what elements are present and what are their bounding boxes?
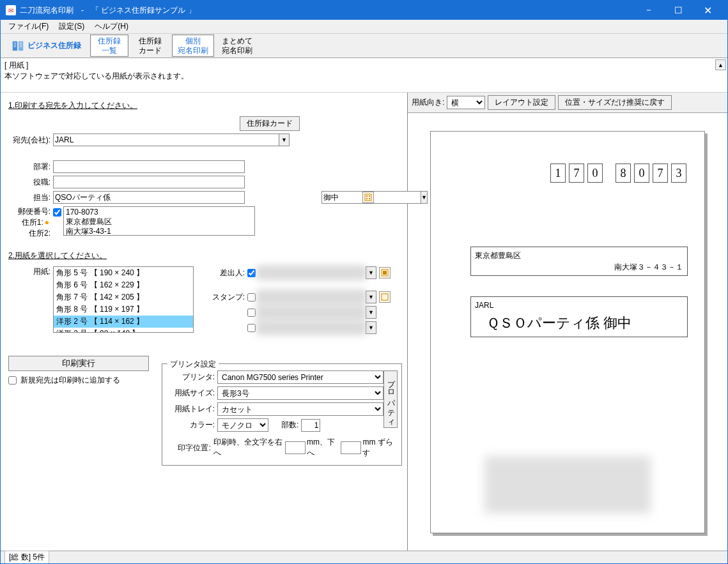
- pc-digit: 7: [653, 164, 668, 183]
- offset-x-input[interactable]: [285, 441, 306, 454]
- postcode-boxes: 1 7 0 8 0 7 3: [550, 164, 686, 183]
- menu-help[interactable]: ヘルプ(H): [89, 20, 134, 33]
- svg-rect-3: [366, 198, 368, 199]
- sender-dropdown-icon[interactable]: ▼: [366, 266, 376, 279]
- info-text: 本ソフトウェアで対応している用紙が表示されます。: [4, 71, 724, 82]
- stamp-checkbox-2[interactable]: [247, 309, 256, 317]
- paper-listbox[interactable]: 角形 5 号 【 190 × 240 】角形 6 号 【 162 × 229 】…: [53, 266, 194, 333]
- tray-select[interactable]: カセット: [217, 402, 383, 416]
- info-bar: [ 用紙 ] 本ソフトウェアで対応している用紙が表示されます。 ▲: [1, 58, 727, 93]
- sender-options-icon[interactable]: [379, 267, 391, 278]
- menu-settings[interactable]: 設定(S): [54, 20, 89, 33]
- position-label: 役職:: [8, 177, 53, 188]
- orient-label: 用紙向き:: [412, 97, 444, 108]
- position-input[interactable]: [53, 176, 245, 188]
- maximize-button[interactable]: ☐: [663, 1, 693, 20]
- svg-rect-4: [369, 198, 370, 199]
- list-item[interactable]: 角形 5 号 【 190 × 240 】: [54, 267, 193, 279]
- pc-digit: 0: [634, 164, 649, 183]
- svg-rect-0: [365, 194, 371, 201]
- stamp-checkbox-3[interactable]: [247, 324, 256, 332]
- printer-group-title: プリンタ設定: [167, 359, 219, 370]
- honorific-options-icon[interactable]: [362, 192, 374, 203]
- stamp1-combo-blurred[interactable]: [258, 291, 366, 303]
- pc-digit: 1: [550, 164, 566, 183]
- svg-rect-6: [383, 271, 387, 275]
- offset-y-input[interactable]: [341, 441, 361, 454]
- color-select[interactable]: モノクロ: [217, 418, 268, 432]
- offset-text2: mm、下へ: [307, 437, 339, 459]
- sender-combo-blurred[interactable]: [258, 266, 366, 279]
- toolbar-individual[interactable]: 個別 宛名印刷: [172, 34, 214, 57]
- toolbar-home[interactable]: ビジネス住所録: [4, 39, 88, 53]
- toolbar: ビジネス住所録 住所録 一覧 住所録 カード 個別 宛名印刷 まとめて 宛名印刷: [1, 34, 727, 58]
- addr2-label: 住所2:: [8, 228, 50, 239]
- list-item[interactable]: 洋形 3 号 【 98 × 148 】: [54, 328, 193, 333]
- copies-label: 部数:: [281, 420, 298, 431]
- svg-rect-7: [382, 294, 388, 300]
- stamp3-combo-blurred[interactable]: [258, 321, 366, 334]
- info-label: [ 用紙 ]: [4, 60, 724, 71]
- list-item[interactable]: 角形 6 号 【 162 × 229 】: [54, 279, 193, 291]
- person-input[interactable]: [53, 191, 245, 204]
- stamp-label: スタンプ:: [212, 292, 247, 303]
- stamp2-combo-blurred[interactable]: [258, 306, 366, 319]
- toolbar-list[interactable]: 住所録 一覧: [90, 34, 128, 57]
- toolbar-batch[interactable]: まとめて 宛名印刷: [217, 35, 258, 56]
- layout-button[interactable]: レイアウト設定: [488, 95, 555, 110]
- postal-checkbox[interactable]: [53, 208, 61, 217]
- stamp-checkbox-1[interactable]: [247, 293, 256, 301]
- svg-rect-2: [369, 195, 370, 197]
- print-button[interactable]: 印刷実行: [8, 356, 149, 371]
- dest-input[interactable]: [53, 133, 279, 146]
- papersize-select[interactable]: 長形3号: [217, 386, 383, 400]
- minimize-button[interactable]: －: [634, 1, 663, 20]
- postal-label: 郵便番号:: [8, 206, 50, 217]
- list-item[interactable]: 角形 7 号 【 142 × 205 】: [54, 291, 193, 303]
- offset-label: 印字位置:: [166, 443, 213, 453]
- printer-group: プリンタ設定 プリンタ: Canon MG7500 series Printer…: [162, 363, 402, 466]
- add-new-checkbox[interactable]: [8, 376, 17, 385]
- orient-select[interactable]: 横: [447, 96, 485, 109]
- list-item[interactable]: 角形 8 号 【 119 × 197 】: [54, 303, 193, 316]
- copies-input[interactable]: [301, 419, 320, 432]
- printer-select[interactable]: Canon MG7500 series Printer: [217, 370, 383, 384]
- add-new-label: 新規宛先は印刷時に追加する: [20, 376, 120, 385]
- titlebar: ✉ 二刀流宛名印刷 - 「 ビジネス住所録サンプル 」 － ☐ ✕: [1, 1, 727, 20]
- offset-text1: 印刷時、全文字を右へ: [213, 437, 284, 459]
- scroll-up-icon[interactable]: ▲: [715, 59, 726, 70]
- address-textarea[interactable]: 170-8073 東京都豊島区 南大塚3-43-1: [63, 206, 255, 236]
- window-title: 二刀流宛名印刷 - 「 ビジネス住所録サンプル 」: [20, 5, 634, 16]
- pc-digit: 0: [587, 164, 603, 183]
- menu-file[interactable]: ファイル(F): [3, 20, 54, 33]
- sender-checkbox[interactable]: [247, 269, 256, 277]
- menubar: ファイル(F) 設定(S) ヘルプ(H): [1, 20, 727, 34]
- dept-input[interactable]: [53, 160, 245, 173]
- papersize-label: 用紙サイズ:: [166, 388, 217, 399]
- list-item[interactable]: 洋形 2 号 【 114 × 162 】: [54, 316, 193, 328]
- status-count: [総 数] 5件: [4, 551, 49, 564]
- honorific-dropdown-icon[interactable]: ▼: [421, 191, 428, 204]
- tray-label: 用紙トレイ:: [166, 404, 217, 415]
- sender-preview-blurred: [484, 456, 651, 514]
- stamp3-dropdown-icon[interactable]: ▼: [366, 321, 376, 334]
- reset-button[interactable]: 位置・サイズだけ推奨に戻す: [558, 95, 672, 110]
- addressbook-card-button[interactable]: 住所録カード: [240, 116, 300, 131]
- close-button[interactable]: ✕: [693, 1, 722, 20]
- stamp2-dropdown-icon[interactable]: ▼: [366, 306, 376, 319]
- pc-digit: 7: [569, 164, 584, 183]
- stamp1-dropdown-icon[interactable]: ▼: [366, 291, 376, 303]
- property-button[interactable]: プロパティ: [383, 370, 398, 428]
- stamp1-options-icon[interactable]: [379, 291, 391, 303]
- svg-rect-1: [366, 195, 368, 197]
- pc-digit: 8: [616, 164, 631, 183]
- paper-preview: 1 7 0 8 0 7 3 東京都豊島区 南大塚３－４３－１ JARL ＱＳＯパ…: [430, 131, 705, 533]
- preview-area: 1 7 0 8 0 7 3 東京都豊島区 南大塚３－４３－１ JARL ＱＳＯパ…: [408, 113, 727, 559]
- dest-dropdown-icon[interactable]: ▼: [279, 133, 290, 146]
- dest-label: 宛先(会社):: [8, 135, 53, 146]
- offset-text3: mm ずらす: [362, 437, 398, 459]
- preview-toolbar: 用紙向き: 横 レイアウト設定 位置・サイズだけ推奨に戻す: [408, 93, 727, 113]
- toolbar-card[interactable]: 住所録 カード: [131, 35, 169, 56]
- printer-label: プリンタ:: [166, 372, 217, 383]
- section1-title: 1.印刷する宛先を入力してください。: [8, 100, 402, 111]
